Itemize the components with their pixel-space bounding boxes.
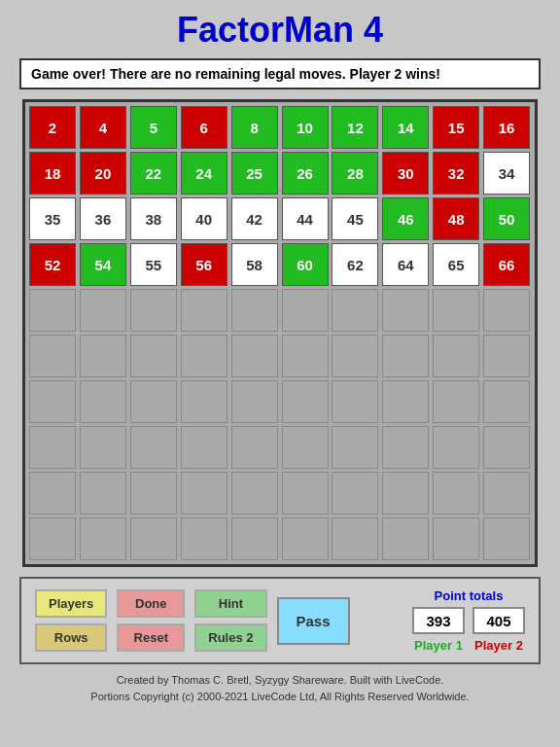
grid-cell-r1c9[interactable]: 34 [483,152,530,195]
grid-cell-r1c3[interactable]: 24 [181,152,228,195]
grid-cell-r2c8[interactable]: 48 [433,197,479,240]
grid-cell-r4c9 [483,289,530,332]
grid-cell-r8c6 [332,472,378,515]
pass-button[interactable]: Pass [277,597,350,645]
grid-cell-r0c9[interactable]: 16 [483,106,530,149]
grid-cell-r6c8 [433,380,479,423]
grid-cell-r4c6 [332,289,378,332]
grid-cell-r1c6[interactable]: 28 [332,152,378,195]
grid-cell-r9c1 [80,517,126,560]
grid-cell-r2c5[interactable]: 44 [282,197,329,240]
grid-cell-r3c5[interactable]: 60 [282,243,329,286]
grid-cell-r6c3 [181,380,228,423]
grid-cell-r3c2[interactable]: 55 [130,243,177,286]
footer-line1: Created by Thomas C. Bretl, Syzygy Share… [90,672,469,689]
grid-cell-r9c5 [282,517,329,560]
players-button[interactable]: Players [35,589,107,618]
grid-cell-r4c3 [181,289,228,332]
grid-cell-r3c7[interactable]: 64 [382,243,429,286]
grid-cell-r2c3[interactable]: 40 [181,197,228,240]
grid-cell-r8c3 [181,472,228,515]
grid-cell-r6c4 [231,380,278,423]
grid-cell-r1c0[interactable]: 18 [29,152,76,195]
grid-cell-r4c1 [80,289,126,332]
left-buttons: Players Rows [35,589,107,652]
grid-cell-r0c6[interactable]: 12 [332,106,378,149]
grid-cell-r8c8 [433,472,479,515]
grid-cell-r9c3 [181,517,228,560]
grid-cell-r7c1 [80,426,126,469]
grid-cell-r3c9[interactable]: 66 [483,243,530,286]
grid-cell-r1c1[interactable]: 20 [80,152,126,195]
grid-cell-r7c3 [181,426,228,469]
grid-cell-r7c6 [332,426,378,469]
point-totals-label: Point totals [435,588,504,603]
grid-cell-r9c8 [433,517,479,560]
grid-cell-r1c7[interactable]: 30 [382,152,429,195]
grid-cell-r7c9 [483,426,530,469]
grid-cell-r6c5 [282,380,329,423]
grid-cell-r6c0 [29,380,76,423]
grid-cell-r8c0 [29,472,76,515]
grid-cell-r0c0[interactable]: 2 [29,106,76,149]
grid-cell-r6c6 [332,380,378,423]
grid-cell-r3c3[interactable]: 56 [181,243,228,286]
grid-cell-r5c1 [80,335,126,377]
grid-cell-r1c2[interactable]: 22 [130,152,177,195]
player1-score: 393 [412,607,465,634]
grid-cell-r2c6[interactable]: 45 [332,197,378,240]
grid-cell-r2c1[interactable]: 36 [80,197,126,240]
grid-cell-r1c5[interactable]: 26 [282,152,329,195]
grid-cell-r8c7 [382,472,429,515]
grid-cell-r2c2[interactable]: 38 [130,197,177,240]
grid-cell-r8c1 [80,472,126,515]
player-labels: Player 1 Player 2 [412,638,525,653]
grid-cell-r3c1[interactable]: 54 [80,243,126,286]
grid-cell-r0c8[interactable]: 15 [433,106,479,149]
grid-cell-r3c0[interactable]: 52 [29,243,76,286]
grid-cell-r5c6 [332,335,378,377]
grid-cell-r0c1[interactable]: 4 [80,106,126,149]
grid-cell-r7c2 [130,426,177,469]
player2-score: 405 [472,607,525,634]
status-bar: Game over! There are no remaining legal … [19,58,541,89]
grid-cell-r3c4[interactable]: 58 [231,243,278,286]
grid-cell-r4c7 [382,289,429,332]
grid-cell-r3c6[interactable]: 62 [332,243,378,286]
player2-label: Player 2 [472,638,525,653]
grid-cell-r5c2 [130,335,177,377]
grid-cell-r1c8[interactable]: 32 [433,152,479,195]
grid-cell-r0c3[interactable]: 6 [181,106,228,149]
footer: Created by Thomas C. Bretl, Syzygy Share… [90,672,469,704]
footer-line2: Portions Copyright (c) 2000-2021 LiveCod… [90,689,469,705]
grid-cell-r0c5[interactable]: 10 [282,106,329,149]
grid-cell-r4c0 [29,289,76,332]
grid-cell-r6c2 [130,380,177,423]
grid-cell-r3c8[interactable]: 65 [433,243,479,286]
grid-cell-r9c7 [382,517,429,560]
grid-cell-r2c0[interactable]: 35 [29,197,76,240]
grid-cell-r1c4[interactable]: 25 [231,152,278,195]
middle-buttons: Done Reset [117,589,185,652]
grid-cell-r2c7[interactable]: 46 [382,197,429,240]
hint-button[interactable]: Hint [194,589,266,618]
controls-panel: Players Rows Done Reset Hint Rules 2 Pas… [19,577,541,664]
grid-cell-r2c9[interactable]: 50 [483,197,530,240]
grid-cell-r2c4[interactable]: 42 [231,197,278,240]
grid-cell-r8c9 [483,472,530,515]
rules-button[interactable]: Rules 2 [194,623,266,652]
grid-cell-r7c8 [433,426,479,469]
grid-cell-r7c5 [282,426,329,469]
grid-cell-r5c9 [483,335,530,377]
reset-button[interactable]: Reset [117,623,185,652]
grid-cell-r6c7 [382,380,429,423]
grid-cell-r0c2[interactable]: 5 [130,106,177,149]
rows-button[interactable]: Rows [35,623,107,652]
grid-cell-r9c4 [231,517,278,560]
grid-cell-r0c4[interactable]: 8 [231,106,278,149]
done-button[interactable]: Done [117,589,185,618]
grid-cell-r9c9 [483,517,530,560]
game-grid: 2456810121415161820222425262830323435363… [29,106,531,560]
grid-cell-r0c7[interactable]: 14 [382,106,429,149]
grid-cell-r4c2 [130,289,177,332]
